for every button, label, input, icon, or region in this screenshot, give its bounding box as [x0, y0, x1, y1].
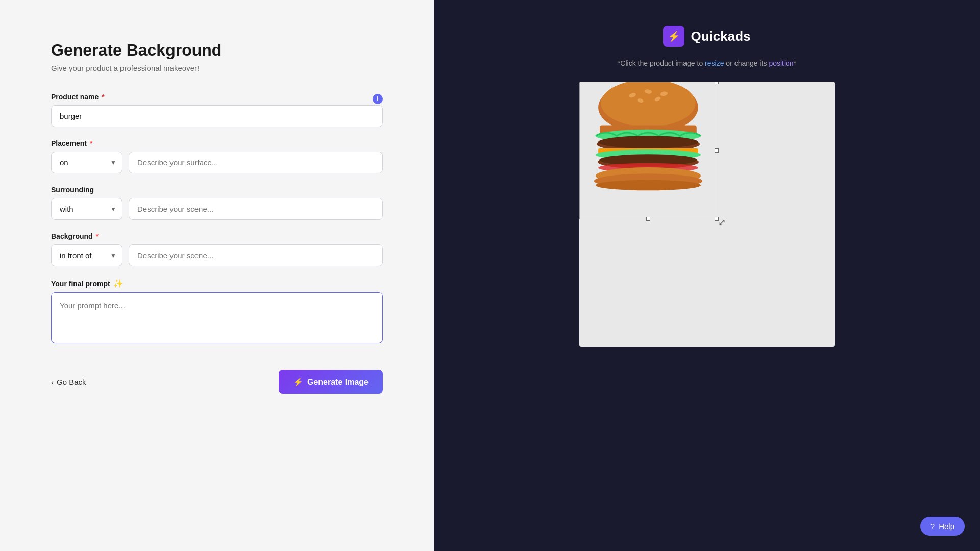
right-panel: ⚡ Quickads *Click the product image to r…: [434, 0, 980, 551]
required-indicator: *: [102, 93, 104, 101]
background-field: Background * in front of behind beside ▼: [51, 232, 383, 266]
help-button[interactable]: ? Help: [920, 517, 965, 536]
product-name-label: Product name *: [51, 93, 105, 101]
canvas-area[interactable]: ⤢: [579, 82, 835, 347]
placement-required: *: [90, 139, 92, 147]
burger-svg: [580, 82, 717, 219]
resize-handle-bm[interactable]: [646, 217, 650, 221]
generate-button[interactable]: ⚡ Generate Image: [279, 370, 383, 394]
placement-select-wrapper: on under next to behind ▼: [51, 152, 122, 173]
background-required: *: [96, 232, 99, 240]
background-select-wrapper: in front of behind beside ▼: [51, 244, 122, 266]
help-circle-icon: ?: [930, 522, 935, 531]
svg-point-18: [596, 180, 701, 191]
generate-lightning-icon: ⚡: [293, 377, 303, 387]
final-prompt-field: Your final prompt ✨: [51, 279, 383, 345]
left-panel: Generate Background Give your product a …: [0, 0, 434, 551]
surrounding-describe-input[interactable]: [129, 198, 383, 220]
page-title: Generate Background: [51, 41, 383, 60]
position-link[interactable]: position: [769, 59, 793, 67]
resize-handle-tr[interactable]: [715, 82, 719, 84]
brand-name: Quickads: [691, 29, 750, 44]
product-name-input[interactable]: [51, 105, 383, 127]
placement-field: Placement * on under next to behind ▼: [51, 139, 383, 173]
final-prompt-textarea[interactable]: [51, 292, 383, 343]
brand-logo-icon: ⚡: [663, 26, 684, 47]
resize-link[interactable]: resize: [705, 59, 724, 67]
burger-image-container[interactable]: ⤢: [579, 82, 717, 219]
background-row: in front of behind beside ▼: [51, 244, 383, 266]
placement-label: Placement *: [51, 139, 383, 147]
sparkle-icon: ✨: [113, 279, 124, 288]
svg-point-10: [598, 136, 698, 148]
move-cursor-icon: ⤢: [718, 217, 726, 228]
surrounding-select-wrapper: with without around ▼: [51, 198, 122, 220]
background-describe-input[interactable]: [129, 244, 383, 266]
surrounding-field: Surrounding with without around ▼: [51, 186, 383, 220]
placement-describe-input[interactable]: [129, 152, 383, 173]
final-prompt-label: Your final prompt ✨: [51, 279, 383, 288]
go-back-arrow-icon: ‹: [51, 378, 54, 386]
instructions-text: *Click the product image to resize or ch…: [618, 59, 796, 67]
page-subtitle: Give your product a professional makeove…: [51, 64, 383, 72]
resize-handle-mr[interactable]: [715, 148, 719, 153]
info-icon[interactable]: i: [373, 94, 383, 104]
surrounding-select[interactable]: with without around: [51, 198, 122, 220]
background-select[interactable]: in front of behind beside: [51, 244, 122, 266]
go-back-button[interactable]: ‹ Go Back: [51, 378, 86, 386]
surrounding-label: Surrounding: [51, 186, 383, 194]
product-name-field: Product name * i: [51, 93, 383, 127]
bottom-actions: ‹ Go Back ⚡ Generate Image: [51, 370, 383, 394]
placement-row: on under next to behind ▼: [51, 152, 383, 173]
background-label: Background *: [51, 232, 383, 240]
product-name-label-row: Product name * i: [51, 93, 383, 105]
surrounding-row: with without around ▼: [51, 198, 383, 220]
placement-select[interactable]: on under next to behind: [51, 152, 122, 173]
brand-header: ⚡ Quickads: [663, 26, 750, 47]
